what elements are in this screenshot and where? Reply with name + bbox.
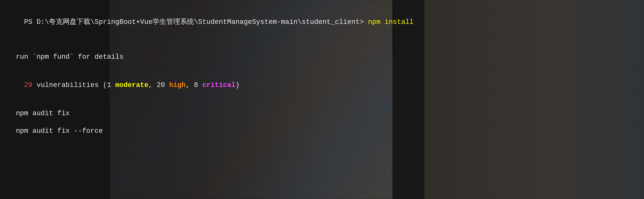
packages-funding-line: run `npm fund` for details: [8, 51, 636, 62]
to-address-2-line: npm audit fix --force: [8, 126, 636, 137]
vuln-middle: vulnerabilities (1: [32, 81, 115, 89]
vuln-critical: critical: [202, 81, 236, 89]
gap-1: [8, 40, 636, 45]
vulnerabilities-line: 29 vulnerabilities (1 moderate, 20 high,…: [8, 69, 636, 102]
gap-6: [8, 137, 636, 143]
gap-4: [8, 102, 636, 108]
vuln-comma2: , 8: [186, 81, 202, 89]
command-text: npm install: [368, 18, 414, 26]
vuln-suffix: ): [235, 81, 239, 89]
terminal-output: PS D:\夸克网盘下载\SpringBoot+Vue学生管理系统\Studen…: [0, 0, 644, 149]
vuln-comma1: , 20: [148, 81, 169, 89]
gap-3: [8, 63, 636, 69]
prompt-line: PS D:\夸克网盘下载\SpringBoot+Vue学生管理系统\Studen…: [8, 6, 636, 39]
gap-2: [8, 46, 636, 51]
prompt-prefix: PS D:\夸克网盘下载\SpringBoot+Vue学生管理系统\Studen…: [24, 18, 368, 26]
to-address-1-line: npm audit fix: [8, 108, 636, 119]
vuln-moderate: moderate: [115, 81, 148, 89]
vuln-high: high: [169, 81, 186, 89]
gap-5: [8, 120, 636, 126]
vuln-count: 29: [24, 81, 32, 89]
